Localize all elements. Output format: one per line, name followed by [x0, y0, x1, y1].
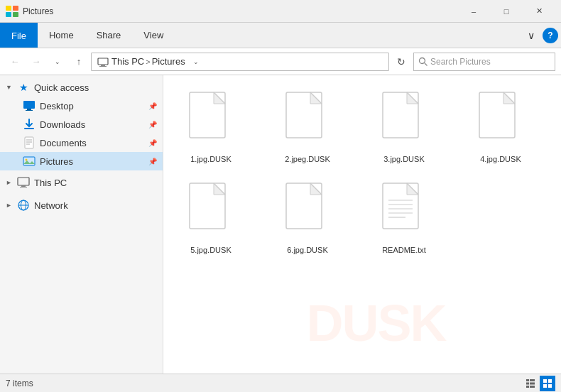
file-label: 3.jpg.DUSK [383, 155, 424, 163]
file-icon [282, 180, 333, 243]
file-item[interactable]: 4.jpg.DUSK [462, 84, 540, 169]
svg-rect-20 [21, 185, 26, 187]
breadcrumb-pictures: Pictures [152, 56, 185, 67]
svg-rect-2 [13, 6, 18, 11]
this-pc-header[interactable]: ► This PC [0, 172, 163, 193]
desktop-label: Desktop [40, 101, 74, 111]
svg-line-8 [425, 63, 427, 66]
svg-rect-9 [23, 101, 35, 109]
tab-view[interactable]: View [132, 23, 175, 48]
sidebar-section-network: ► Network [0, 195, 163, 216]
help-button[interactable]: ? [543, 28, 558, 43]
star-icon: ★ [17, 81, 30, 94]
app-icon [6, 6, 20, 17]
svg-rect-44 [548, 379, 552, 383]
separator-1: > [146, 58, 150, 66]
file-icon [378, 89, 430, 152]
ribbon-expand-button[interactable]: ∨ [521, 26, 541, 45]
pictures-icon [23, 155, 36, 168]
file-item[interactable]: 2.jpeg.DUSK [268, 84, 347, 169]
file-icon [378, 180, 430, 243]
up-button[interactable]: ↑ [70, 53, 88, 71]
address-bar: ← → ⌄ ↑ This PC > Pictures ⌄ ↻ Search Pi… [0, 48, 561, 75]
network-label: Network [34, 200, 68, 211]
tab-home[interactable]: Home [38, 23, 85, 48]
sidebar-item-downloads[interactable]: Downloads 📌 [0, 115, 163, 134]
svg-rect-41 [526, 386, 529, 388]
downloads-icon [23, 118, 36, 131]
file-item[interactable]: 1.jpg.DUSK [172, 84, 250, 169]
tab-share[interactable]: Share [85, 23, 133, 48]
file-item[interactable]: 3.jpg.DUSK [365, 84, 443, 169]
network-icon [17, 199, 30, 212]
svg-rect-21 [20, 187, 27, 187]
sidebar-item-pictures[interactable]: Pictures 📌 [0, 152, 163, 170]
pin-icon-desktop: 📌 [148, 102, 157, 110]
window-title: Pictures [23, 6, 457, 16]
svg-rect-13 [25, 137, 33, 148]
svg-rect-10 [27, 109, 31, 110]
search-placeholder: Search Pictures [430, 57, 491, 67]
documents-label: Documents [40, 138, 87, 148]
status-bar: 7 items [0, 374, 561, 392]
this-pc-icon [17, 176, 30, 189]
svg-rect-12 [24, 128, 34, 129]
address-path[interactable]: This PC > Pictures ⌄ [91, 53, 389, 71]
network-toggle: ► [6, 202, 17, 209]
tab-file[interactable]: File [0, 23, 38, 48]
file-grid: 1.jpg.DUSK 2.jpeg.DUSK 3.jpg.DUSK [172, 84, 552, 260]
svg-rect-3 [13, 12, 18, 17]
watermark: DUSK [307, 294, 446, 352]
file-item[interactable]: README.txt [365, 175, 443, 260]
downloads-label: Downloads [40, 119, 85, 130]
item-count: 7 items [6, 379, 33, 388]
window-controls: – □ ✕ [457, 0, 555, 23]
sidebar-item-documents[interactable]: Documents 📌 [0, 134, 163, 152]
documents-icon [23, 136, 36, 149]
quick-access-header[interactable]: ▼ ★ Quick access [0, 78, 163, 97]
ribbon: File Home Share View ∨ ? [0, 23, 561, 48]
quick-access-label: Quick access [34, 82, 89, 93]
svg-rect-45 [543, 384, 547, 388]
svg-point-7 [420, 58, 425, 64]
quick-access-toggle: ▼ [6, 84, 17, 91]
pictures-label: Pictures [40, 156, 73, 167]
maximize-button[interactable]: □ [490, 0, 523, 23]
desktop-icon [23, 99, 36, 112]
file-label: README.txt [382, 246, 426, 254]
minimize-button[interactable]: – [457, 0, 490, 23]
file-item[interactable]: 5.jpg.DUSK [172, 175, 250, 260]
back-button[interactable]: ← [6, 53, 24, 71]
svg-rect-6 [99, 66, 107, 67]
svg-rect-5 [101, 65, 105, 66]
refresh-button[interactable]: ↻ [392, 53, 410, 71]
sidebar-section-quick-access: ▼ ★ Quick access Desktop 📌 [0, 78, 163, 170]
network-header[interactable]: ► Network [0, 195, 163, 216]
file-icon [185, 89, 236, 152]
file-item[interactable]: 6.jpg.DUSK [268, 175, 347, 260]
close-button[interactable]: ✕ [523, 0, 555, 23]
svg-rect-1 [6, 12, 11, 17]
details-view-button[interactable] [523, 376, 538, 391]
svg-rect-38 [530, 379, 535, 381]
path-dropdown[interactable]: ⌄ [188, 53, 204, 71]
file-label: 4.jpg.DUSK [480, 155, 521, 163]
main-layout: ▼ ★ Quick access Desktop 📌 [0, 75, 561, 374]
search-box[interactable]: Search Pictures [413, 53, 555, 71]
pin-icon-downloads: 📌 [148, 121, 157, 129]
sidebar-section-this-pc: ► This PC [0, 172, 163, 193]
svg-rect-11 [26, 110, 33, 111]
forward-button[interactable]: → [27, 53, 45, 71]
file-icon [475, 89, 526, 152]
content-area: DUSK 1.jpg.DUSK 2.jpeg.DUSK [163, 75, 561, 374]
recent-locations-button[interactable]: ⌄ [48, 53, 67, 71]
this-pc-toggle: ► [6, 179, 17, 186]
large-icons-view-button[interactable] [540, 376, 555, 391]
sidebar-item-desktop[interactable]: Desktop 📌 [0, 97, 163, 115]
search-icon [418, 57, 427, 66]
file-label: 1.jpg.DUSK [190, 155, 231, 163]
this-pc-label: This PC [34, 178, 67, 188]
svg-rect-46 [548, 384, 552, 388]
svg-rect-39 [526, 382, 529, 384]
breadcrumb-this-pc: This PC [111, 56, 144, 67]
